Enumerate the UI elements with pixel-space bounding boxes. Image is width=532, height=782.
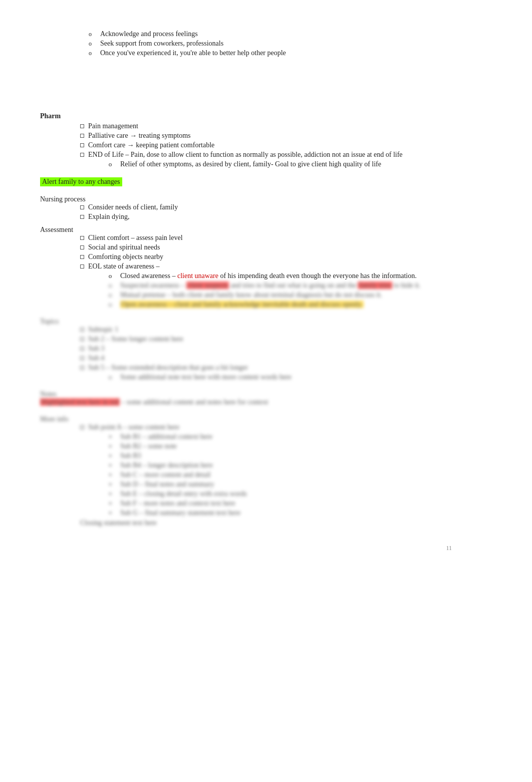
list-item: Pain management <box>40 122 492 130</box>
item-text: Subtopic 1 <box>88 326 118 334</box>
sub-marker: o <box>100 373 120 381</box>
list-item: ▪ Sub B2 – some note <box>40 442 492 450</box>
list-item: ▪ Sub C – more content and detail <box>40 471 492 479</box>
list-item: o Closed awareness – client unaware of h… <box>40 272 492 280</box>
item-text: Comfort care → keeping patient comfortab… <box>88 141 214 149</box>
square-bullet-icon <box>80 356 84 360</box>
list-item: Comfort care → keeping patient comfortab… <box>40 141 492 149</box>
item-text: Social and spiritual needs <box>88 243 160 251</box>
list-item: o Relief of other symptoms, as desired b… <box>40 160 492 168</box>
item-text: Sub 3 <box>88 345 104 353</box>
square-bullet-icon <box>80 366 84 370</box>
blurred-list-1: Subtopic 1 Sub 2 – Some longer content h… <box>40 326 492 372</box>
page-number: 11 <box>446 545 452 552</box>
item-text: Acknowledge and process feelings <box>100 30 198 38</box>
list-item: Subtopic 1 <box>40 326 492 334</box>
eol-sub-list: o Closed awareness – client unaware of h… <box>40 272 492 309</box>
item-text: Suspected awareness – client suspects an… <box>120 282 420 290</box>
square-bullet-icon <box>80 124 84 128</box>
square-bullet-icon <box>80 215 84 219</box>
small-spacer <box>40 386 492 390</box>
item-text: Sub D – final notes and summary <box>120 480 214 488</box>
bullet-marker: o <box>80 31 100 38</box>
item-text: Sub 5 – Some extended description that g… <box>88 364 248 372</box>
spacer <box>40 62 492 77</box>
list-item: o Seek support from coworkers, professio… <box>40 40 492 48</box>
list-item-blurred: o Suspected awareness – client suspects … <box>40 282 492 290</box>
blurred-title-2: Notes <box>40 390 492 398</box>
blurred-section-3: More info Sub point A – some content her… <box>40 415 492 527</box>
list-item: ▪ Sub B1 – additional context here <box>40 433 492 441</box>
list-item: Sub point A – some content here <box>40 423 492 431</box>
blurred-sub-list-1: o Some additional note text here with mo… <box>40 373 492 381</box>
nursing-process-list: Consider needs of client, family Explain… <box>40 203 492 221</box>
square-bullet-icon <box>80 236 84 240</box>
item-text: Mutual pretense – both client and family… <box>120 291 382 299</box>
square-bullet-icon <box>80 205 84 209</box>
sub-marker: ▪ <box>100 461 120 469</box>
list-item: ▪ Sub B3 <box>40 452 492 460</box>
list-item: Sub 4 <box>40 354 492 362</box>
alert-highlight: Alert family to any changes <box>40 177 122 186</box>
square-bullet-icon <box>80 425 84 429</box>
assessment-title: Assessment <box>40 226 492 234</box>
blurred-text: – some additional content and notes here… <box>121 398 268 406</box>
nursing-process-title: Nursing process <box>40 195 492 203</box>
small-spacer <box>40 173 492 177</box>
text-end: of his impending death even though the e… <box>218 272 417 280</box>
colored-text: client unaware <box>177 272 218 280</box>
list-item: Palliative care → treating symptoms <box>40 132 492 140</box>
list-item: o Some additional note text here with mo… <box>40 373 492 381</box>
list-item: Explain dying, <box>40 213 492 221</box>
assessment-list: Client comfort – assess pain level Socia… <box>40 234 492 271</box>
small-spacer <box>40 191 492 195</box>
sub-marker: o <box>100 272 120 280</box>
sub-marker: o <box>100 301 120 309</box>
square-bullet-icon <box>80 265 84 269</box>
item-text: Sub C – more content and detail <box>120 471 210 479</box>
sub-marker: ▪ <box>100 499 120 507</box>
footer-area: 11 <box>40 532 492 572</box>
item-text: Seek support from coworkers, professiona… <box>100 40 223 48</box>
square-bullet-icon <box>80 143 84 147</box>
sub-marker: ▪ <box>100 480 120 488</box>
item-text: Sub 2 – Some longer content here <box>88 335 183 343</box>
small-spacer <box>40 314 492 318</box>
blurred-title-3: More info <box>40 415 492 423</box>
small-spacer <box>40 411 492 415</box>
pharm-title: Pharm <box>40 112 492 120</box>
blurred-closing: Closing statement text here <box>40 519 492 527</box>
item-text: Pain management <box>88 122 138 130</box>
list-item: Sub 2 – Some longer content here <box>40 335 492 343</box>
square-bullet-icon <box>80 328 84 332</box>
list-item-blurred: o Mutual pretense – both client and fami… <box>40 291 492 299</box>
sub-marker: ▪ <box>100 452 120 460</box>
item-text: Sub B2 – some note <box>120 442 177 450</box>
item-text: Comforting objects nearby <box>88 253 163 261</box>
blurred-list-3: Sub point A – some content here <box>40 423 492 431</box>
item-text: Sub B3 <box>120 452 141 460</box>
blurred-section-1: Topics Subtopic 1 Sub 2 – Some longer co… <box>40 318 492 381</box>
square-bullet-icon <box>80 347 84 351</box>
bullet-marker: o <box>80 50 100 57</box>
spacer <box>40 77 492 92</box>
square-bullet-icon <box>80 245 84 249</box>
item-text: Palliative care → treating symptoms <box>88 132 191 140</box>
list-item: Consider needs of client, family <box>40 203 492 211</box>
square-bullet-icon <box>80 134 84 138</box>
item-text: Relief of other symptoms, as desired by … <box>120 160 381 168</box>
sub-marker: ▪ <box>100 442 120 450</box>
sub-marker: ▪ <box>100 490 120 498</box>
list-item: Social and spiritual needs <box>40 243 492 251</box>
blurred-highlight: Highlighted text here in red <box>40 398 120 406</box>
list-item: Sub 3 <box>40 345 492 353</box>
list-item: ▪ Sub G – final summary statement text h… <box>40 509 492 517</box>
pharm-sub-list: o Relief of other symptoms, as desired b… <box>40 160 492 168</box>
pharm-section: Pharm Pain management Palliative care → … <box>40 112 492 168</box>
item-text: Closed awareness – client unaware of his… <box>120 272 417 280</box>
sub-marker: o <box>100 282 120 290</box>
item-text: EOL state of awareness – <box>88 263 160 271</box>
nursing-process-section: Nursing process Consider needs of client… <box>40 195 492 221</box>
sub-marker: o <box>100 160 120 168</box>
item-text: Sub B1 – additional context here <box>120 433 212 441</box>
